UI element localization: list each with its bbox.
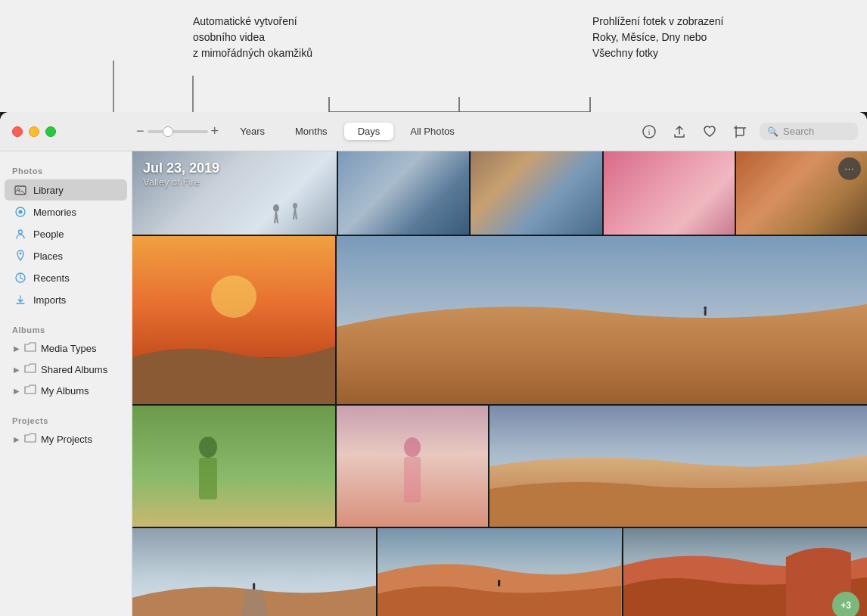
photos-section-label: Photos (0, 160, 132, 179)
toolbar-right: i (639, 121, 858, 142)
projects-section-label: Projects (0, 410, 132, 428)
tooltip-area: Automatické vytvoření osobního videa z m… (0, 0, 867, 112)
svg-rect-32 (132, 406, 335, 527)
photo-featured[interactable]: Jul 23, 2019 Valley of Fire (132, 151, 337, 235)
places-icon (14, 249, 27, 263)
sidebar-item-my-projects[interactable]: ▶ My Projects (5, 429, 127, 450)
imports-icon (14, 293, 27, 306)
svg-rect-42 (498, 580, 500, 586)
my-albums-folder-icon (24, 384, 36, 397)
date-header-row: Jul 23, 2019 Valley of Fire (132, 151, 867, 235)
library-icon (14, 183, 27, 197)
places-label: Places (33, 250, 63, 262)
crop-icon[interactable] (729, 121, 750, 142)
shared-albums-label: Shared Albums (41, 364, 107, 375)
row3 (132, 406, 867, 527)
photo-vast-rock[interactable] (337, 236, 867, 404)
svg-point-31 (704, 306, 707, 310)
more-options-btn[interactable]: ··· (838, 157, 861, 180)
svg-point-20 (273, 204, 279, 212)
tab-all-photos[interactable]: All Photos (396, 123, 468, 140)
albums-section-label: Albums (0, 319, 132, 338)
more-count-badge[interactable]: +3 (832, 592, 859, 616)
row2 (132, 236, 867, 404)
zoom-slider[interactable] (148, 130, 208, 133)
photo-thumb-4[interactable]: ··· (736, 151, 867, 235)
photo-woman-green[interactable] (132, 406, 335, 527)
media-types-chevron: ▶ (14, 344, 20, 353)
shared-albums-folder-icon (24, 363, 36, 376)
svg-point-16 (19, 210, 23, 214)
zoom-button[interactable] (45, 126, 56, 137)
tab-days[interactable]: Days (344, 123, 394, 140)
minimize-button[interactable] (29, 126, 39, 137)
sidebar-item-people[interactable]: People (5, 223, 127, 244)
left-tooltip-line2: osobního videa (193, 30, 312, 45)
photo-thumb-3[interactable] (604, 151, 735, 235)
right-tooltip-line2: Roky, Měsíce, Dny nebo (592, 30, 724, 45)
svg-point-17 (19, 230, 23, 234)
imports-label: Imports (33, 294, 66, 306)
zoom-plus-label[interactable]: + (211, 123, 219, 139)
media-types-label: Media Types (41, 343, 96, 354)
svg-point-23 (293, 203, 297, 209)
day-group-jul23: Jul 23, 2019 Valley of Fire (132, 151, 867, 616)
photo-sandstone[interactable] (489, 406, 867, 527)
tab-months[interactable]: Months (281, 123, 341, 140)
main-window: − + Years Months Days All Photos i (0, 112, 867, 616)
sidebar-item-shared-albums[interactable]: ▶ Shared Albums (5, 359, 127, 380)
zoom-minus-label[interactable]: − (136, 123, 144, 139)
sidebar: Photos Library Memories (0, 151, 132, 616)
traffic-lights (12, 126, 56, 137)
sidebar-item-imports[interactable]: Imports (5, 289, 127, 310)
my-projects-folder-icon (24, 433, 36, 446)
left-tooltip-line1: Automatické vytvoření (193, 14, 312, 30)
photo-orange-rocks[interactable] (378, 528, 621, 616)
svg-rect-34 (199, 458, 217, 499)
sidebar-item-media-types[interactable]: ▶ Media Types (5, 338, 127, 359)
info-icon[interactable]: i (639, 121, 660, 142)
svg-line-25 (295, 209, 297, 219)
photo-thumb-2[interactable] (471, 151, 601, 235)
search-icon: 🔍 (767, 126, 778, 137)
zoom-thumb (163, 126, 173, 137)
svg-rect-37 (404, 457, 421, 502)
sidebar-item-places[interactable]: Places (5, 245, 127, 266)
sidebar-item-library[interactable]: Library (5, 179, 127, 201)
day-date: Jul 23, 2019 (143, 160, 219, 176)
row4: +3 (132, 528, 867, 616)
share-icon[interactable] (669, 121, 690, 142)
left-tooltip-line3: z mimořádných okamžiků (193, 45, 312, 61)
sidebar-item-my-albums[interactable]: ▶ My Albums (5, 381, 127, 401)
svg-rect-40 (253, 583, 255, 590)
photo-thumb-1[interactable] (338, 151, 469, 235)
heart-icon[interactable] (699, 121, 720, 142)
memories-label: Memories (33, 207, 76, 218)
photo-desert-sunset[interactable] (132, 236, 335, 404)
svg-line-22 (276, 212, 278, 223)
svg-text:i: i (648, 127, 650, 136)
photo-woman-pink[interactable] (337, 406, 488, 527)
svg-rect-30 (704, 310, 707, 316)
photo-red-rocks[interactable]: +3 (623, 528, 867, 616)
people-icon (14, 227, 27, 241)
left-tooltip: Automatické vytvoření osobního videa z m… (193, 14, 312, 61)
memories-icon (14, 205, 27, 219)
recents-label: Recents (33, 272, 70, 284)
people-label: People (33, 229, 64, 240)
photo-desert-road[interactable] (132, 528, 376, 616)
zoom-control: − + (136, 123, 219, 139)
svg-rect-8 (736, 128, 744, 135)
sidebar-item-memories[interactable]: Memories (5, 201, 127, 222)
main-photo-content: Jul 23, 2019 Valley of Fire (132, 151, 867, 616)
my-projects-chevron: ▶ (14, 435, 20, 443)
titlebar: − + Years Months Days All Photos i (0, 112, 867, 151)
svg-point-18 (20, 253, 22, 255)
day-location: Valley of Fire (143, 176, 219, 188)
sidebar-item-recents[interactable]: Recents (5, 267, 127, 288)
right-tooltip-line3: Všechny fotky (592, 45, 724, 61)
tab-years[interactable]: Years (226, 123, 278, 140)
my-projects-label: My Projects (41, 434, 92, 445)
close-button[interactable] (12, 126, 23, 137)
search-box[interactable]: 🔍 Search (760, 123, 858, 140)
